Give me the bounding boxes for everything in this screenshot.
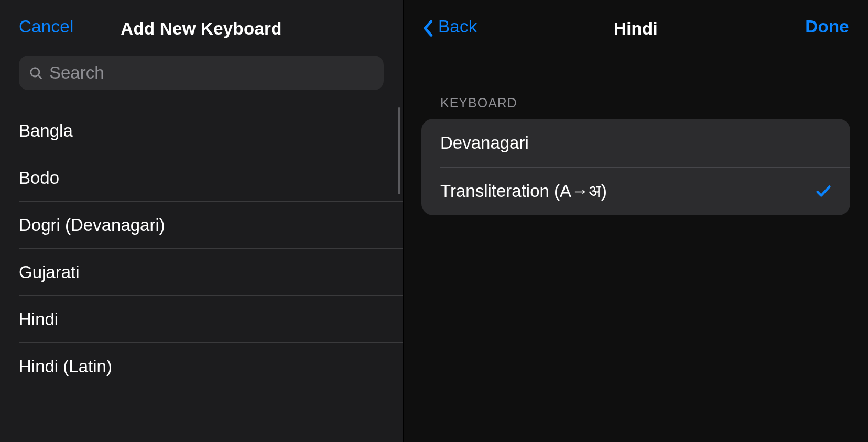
search-icon: [28, 65, 43, 80]
list-item[interactable]: Hindi (Latin): [0, 343, 403, 390]
sheet-title: Add New Keyboard: [121, 19, 281, 39]
search-input[interactable]: [49, 63, 374, 83]
list-item-label: Bangla: [19, 121, 73, 141]
list-item[interactable]: Bodo: [0, 154, 403, 202]
keyboard-options-group: Devanagari Transliteration (A→अ): [421, 119, 850, 215]
add-keyboard-sheet: Cancel Add New Keyboard Bangla Bodo Dogr…: [0, 0, 403, 442]
language-list: Bangla Bodo Dogri (Devanagari) Gujarati …: [0, 107, 403, 390]
section-header: KEYBOARD: [404, 53, 868, 119]
list-item[interactable]: Dogri (Devanagari): [0, 202, 403, 249]
list-item-label: Dogri (Devanagari): [19, 215, 165, 235]
page-title: Hindi: [614, 19, 658, 39]
list-item[interactable]: Gujarati: [0, 249, 403, 296]
search-field-container[interactable]: [19, 56, 384, 90]
sheet-header: Cancel Add New Keyboard: [0, 0, 403, 53]
cancel-button[interactable]: Cancel: [19, 17, 74, 37]
keyboard-option-devanagari[interactable]: Devanagari: [421, 119, 850, 167]
scrollbar-thumb[interactable]: [398, 107, 400, 194]
list-item-label: Bodo: [19, 168, 59, 188]
checkmark-icon: [815, 182, 832, 200]
list-item-label: Gujarati: [19, 262, 80, 282]
back-button[interactable]: Back: [422, 17, 478, 37]
search-bar: [0, 53, 403, 96]
chevron-left-icon: [422, 19, 431, 34]
list-item[interactable]: Hindi: [0, 296, 403, 343]
page-header: Back Hindi Done: [404, 0, 868, 53]
option-label: Devanagari: [440, 133, 529, 153]
list-item-label: Hindi (Latin): [19, 357, 112, 377]
list-item-label: Hindi: [19, 310, 58, 329]
done-button[interactable]: Done: [805, 17, 849, 36]
keyboard-options-page: Back Hindi Done KEYBOARD Devanagari Tran…: [404, 0, 868, 442]
back-label: Back: [438, 17, 478, 37]
keyboard-option-transliteration[interactable]: Transliteration (A→अ): [421, 167, 850, 215]
option-label: Transliteration (A→अ): [440, 181, 607, 202]
svg-line-1: [38, 75, 41, 78]
list-item[interactable]: Bangla: [0, 107, 403, 154]
